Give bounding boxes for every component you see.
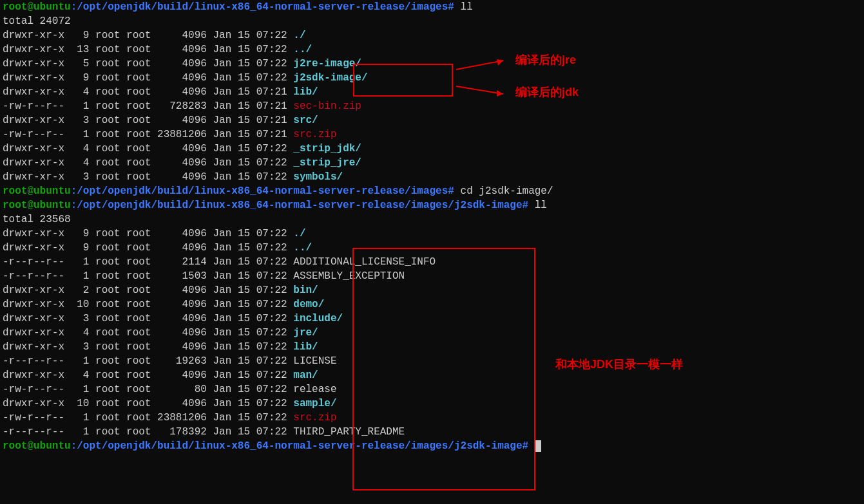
file-entry: _strip_jre/ <box>293 157 361 169</box>
ls-row: drwxr-xr-x 4 root root 4096 Jan 15 07:22… <box>3 156 861 170</box>
ls-row: drwxr-xr-x 5 root root 4096 Jan 15 07:22… <box>3 57 861 71</box>
ls-row: drwxr-xr-x 9 root root 4096 Jan 15 07:22… <box>3 71 861 85</box>
file-entry: symbols/ <box>293 171 343 183</box>
file-entry: ../ <box>293 44 312 55</box>
file-entry: jre/ <box>293 327 318 339</box>
file-entry: lib/ <box>293 86 318 98</box>
file-entry: man/ <box>293 369 318 381</box>
ls-row: -r--r--r-- 1 root root 178392 Jan 15 07:… <box>3 425 861 439</box>
ls-row: -r--r--r-- 1 root root 1503 Jan 15 07:22… <box>3 269 861 283</box>
ls-row: -r--r--r-- 1 root root 2114 Jan 15 07:22… <box>3 255 861 269</box>
ls-row: drwxr-xr-x 4 root root 4096 Jan 15 07:21… <box>3 85 861 99</box>
ls-row: drwxr-xr-x 4 root root 4096 Jan 15 07:22… <box>3 326 861 340</box>
ls-row: drwxr-xr-x 4 root root 4096 Jan 15 07:22… <box>3 142 861 156</box>
file-entry: LICENSE <box>293 355 336 367</box>
file-entry: lib/ <box>293 341 318 353</box>
file-entry: ./ <box>293 30 305 41</box>
file-entry: demo/ <box>293 299 324 310</box>
file-entry: ASSEMBLY_EXCEPTION <box>293 270 405 282</box>
file-entry: include/ <box>293 313 343 324</box>
ls-row: drwxr-xr-x 9 root root 4096 Jan 15 07:22… <box>3 241 861 255</box>
output-line: total 23568 <box>3 212 861 227</box>
ls-row: -rw-r--r-- 1 root root 728283 Jan 15 07:… <box>3 99 861 113</box>
file-entry: ADDITIONAL_LICENSE_INFO <box>293 256 436 268</box>
file-entry: ./ <box>293 228 305 239</box>
ls-row: drwxr-xr-x 2 root root 4096 Jan 15 07:22… <box>3 283 861 297</box>
ls-row: drwxr-xr-x 9 root root 4096 Jan 15 07:22… <box>3 227 861 241</box>
file-entry: j2re-image/ <box>293 58 361 70</box>
file-entry: sec-bin.zip <box>293 100 361 112</box>
ls-row: -rw-r--r-- 1 root root 80 Jan 15 07:22 r… <box>3 382 861 397</box>
file-entry: src/ <box>293 115 318 126</box>
ls-row: drwxr-xr-x 10 root root 4096 Jan 15 07:2… <box>3 297 861 312</box>
ls-row: -r--r--r-- 1 root root 19263 Jan 15 07:2… <box>3 354 861 368</box>
terminal-output[interactable]: root@ubuntu:/opt/openjdk/build/linux-x86… <box>0 0 864 453</box>
ls-row: drwxr-xr-x 4 root root 4096 Jan 15 07:22… <box>3 368 861 382</box>
prompt-line: root@ubuntu:/opt/openjdk/build/linux-x86… <box>3 184 861 198</box>
file-entry: ../ <box>293 242 312 254</box>
cursor <box>535 440 541 452</box>
file-entry: src.zip <box>293 129 336 140</box>
ls-row: drwxr-xr-x 9 root root 4096 Jan 15 07:22… <box>3 28 861 42</box>
file-entry: j2sdk-image/ <box>293 72 367 84</box>
ls-row: drwxr-xr-x 3 root root 4096 Jan 15 07:22… <box>3 340 861 354</box>
ls-row: drwxr-xr-x 13 root root 4096 Jan 15 07:2… <box>3 42 861 57</box>
file-entry: sample/ <box>293 398 336 409</box>
prompt-line: root@ubuntu:/opt/openjdk/build/linux-x86… <box>3 198 861 212</box>
file-entry: THIRD_PARTY_README <box>293 426 405 438</box>
ls-row: drwxr-xr-x 3 root root 4096 Jan 15 07:22… <box>3 312 861 326</box>
prompt-line: root@ubuntu:/opt/openjdk/build/linux-x86… <box>3 0 861 14</box>
ls-row: drwxr-xr-x 3 root root 4096 Jan 15 07:22… <box>3 170 861 184</box>
file-entry: _strip_jdk/ <box>293 143 361 154</box>
file-entry: release <box>293 384 336 395</box>
file-entry: bin/ <box>293 285 318 296</box>
ls-row: drwxr-xr-x 3 root root 4096 Jan 15 07:21… <box>3 113 861 127</box>
ls-row: -rw-r--r-- 1 root root 23881206 Jan 15 0… <box>3 411 861 425</box>
ls-row: -rw-r--r-- 1 root root 23881206 Jan 15 0… <box>3 127 861 142</box>
prompt-line[interactable]: root@ubuntu:/opt/openjdk/build/linux-x86… <box>3 439 861 453</box>
output-line: total 24072 <box>3 14 861 28</box>
file-entry: src.zip <box>293 412 336 424</box>
ls-row: drwxr-xr-x 10 root root 4096 Jan 15 07:2… <box>3 397 861 411</box>
